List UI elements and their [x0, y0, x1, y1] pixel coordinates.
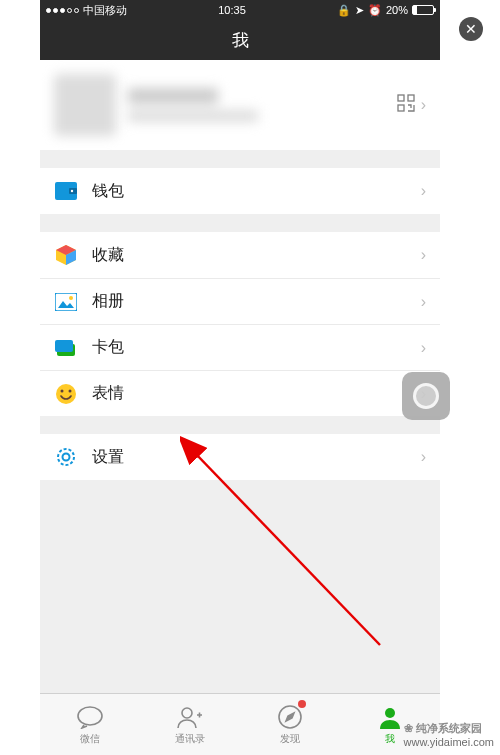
favorites-icon	[54, 243, 78, 267]
svg-rect-13	[55, 340, 73, 352]
chevron-right-icon: ›	[421, 339, 426, 357]
clock: 10:35	[218, 4, 246, 16]
favorites-row[interactable]: 收藏 ›	[40, 232, 440, 278]
contacts-icon	[177, 704, 203, 730]
watermark: ❀ 纯净系统家园 www.yidaimei.com	[404, 721, 494, 749]
battery-percent: 20%	[386, 4, 408, 16]
album-label: 相册	[92, 291, 421, 312]
wallet-row[interactable]: 钱包 ›	[40, 168, 440, 214]
tab-discover[interactable]: 发现	[240, 694, 340, 755]
notification-badge	[298, 700, 306, 708]
nav-bar: 我	[40, 20, 440, 60]
phone-screenshot: 中国移动 10:35 🔒 ➤ ⏰ 20% 我	[40, 0, 440, 730]
tab-me-label: 我	[385, 732, 395, 746]
tab-chats[interactable]: 微信	[40, 694, 140, 755]
cards-row[interactable]: 卡包 ›	[40, 324, 440, 370]
svg-point-14	[56, 384, 76, 404]
lock-icon: 🔒	[337, 4, 351, 17]
person-icon	[378, 704, 402, 730]
stickers-row[interactable]: 表情 ›	[40, 370, 440, 416]
svg-point-5	[71, 190, 73, 192]
svg-point-21	[78, 707, 102, 725]
emoji-icon	[54, 382, 78, 406]
tab-contacts[interactable]: 通讯录	[140, 694, 240, 755]
svg-point-15	[61, 389, 64, 392]
chevron-right-icon: ›	[421, 182, 426, 200]
album-row[interactable]: 相册 ›	[40, 278, 440, 324]
carrier-label: 中国移动	[83, 3, 127, 18]
svg-marker-24	[286, 713, 294, 721]
profile-text	[128, 88, 397, 122]
svg-point-22	[182, 708, 192, 718]
svg-point-11	[69, 296, 73, 300]
svg-point-18	[63, 454, 70, 461]
tab-bar: 微信 通讯录 发现 我	[40, 693, 440, 755]
close-button[interactable]: ✕	[459, 17, 483, 41]
tab-discover-label: 发现	[280, 732, 300, 746]
tab-contacts-label: 通讯录	[175, 732, 205, 746]
qr-icon	[397, 94, 415, 116]
alarm-icon: ⏰	[368, 4, 382, 17]
location-icon: ➤	[355, 4, 364, 17]
favorites-label: 收藏	[92, 245, 421, 266]
album-icon	[54, 290, 78, 314]
svg-point-16	[69, 389, 72, 392]
cards-label: 卡包	[92, 337, 421, 358]
avatar	[54, 74, 116, 136]
settings-label: 设置	[92, 447, 421, 468]
svg-rect-9	[55, 293, 77, 311]
cards-icon	[54, 336, 78, 360]
wallet-label: 钱包	[92, 181, 421, 202]
battery-icon	[412, 5, 434, 15]
chevron-right-icon: ›	[421, 246, 426, 264]
chevron-right-icon: ›	[421, 293, 426, 311]
page-title: 我	[232, 29, 249, 52]
chat-icon	[76, 704, 104, 730]
svg-point-25	[385, 708, 395, 718]
svg-rect-1	[408, 95, 414, 101]
profile-row[interactable]: ›	[40, 60, 440, 150]
status-bar: 中国移动 10:35 🔒 ➤ ⏰ 20%	[40, 0, 440, 20]
chevron-right-icon: ›	[421, 448, 426, 466]
chevron-right-icon: ›	[421, 96, 426, 114]
svg-point-17	[58, 449, 74, 465]
signal-icon	[46, 8, 79, 13]
gear-icon	[54, 445, 78, 469]
svg-rect-2	[398, 105, 404, 111]
wallet-icon	[54, 179, 78, 203]
svg-rect-0	[398, 95, 404, 101]
settings-row[interactable]: 设置 ›	[40, 434, 440, 480]
tab-chats-label: 微信	[80, 732, 100, 746]
stickers-label: 表情	[92, 383, 421, 404]
assistive-touch[interactable]	[402, 372, 450, 420]
